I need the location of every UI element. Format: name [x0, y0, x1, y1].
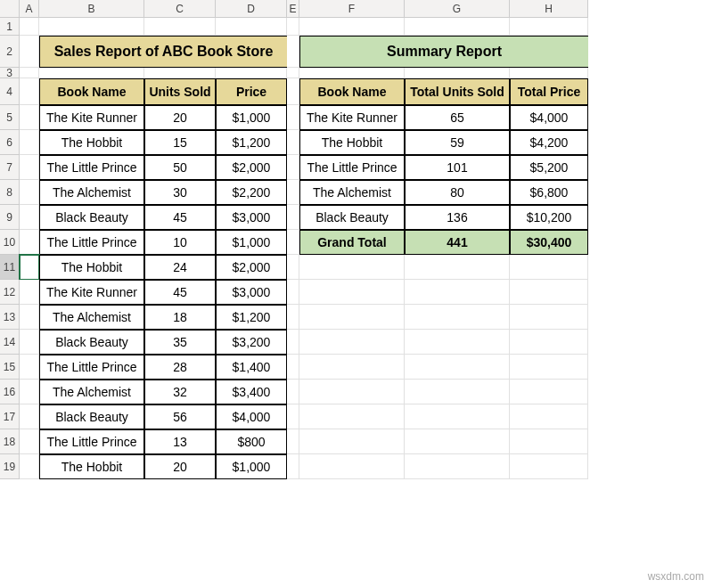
row-header-14[interactable]: 14: [0, 330, 20, 355]
cell-G8[interactable]: 80: [405, 180, 510, 205]
cell-F17[interactable]: [299, 404, 405, 429]
cell-H5[interactable]: $4,000: [510, 105, 588, 130]
cell-E15[interactable]: [287, 355, 299, 380]
cell-A5[interactable]: [20, 105, 39, 130]
cell-H1[interactable]: [510, 18, 588, 36]
cell-G12[interactable]: [405, 280, 510, 305]
row-header-17[interactable]: 17: [0, 404, 20, 429]
cell-G1[interactable]: [405, 18, 510, 36]
header-units-sold[interactable]: Units Sold: [144, 78, 216, 105]
cell-H7[interactable]: $5,200: [510, 155, 588, 180]
cell-H13[interactable]: [510, 305, 588, 330]
cell-A7[interactable]: [20, 155, 39, 180]
row-header-13[interactable]: 13: [0, 305, 20, 330]
cell-A10[interactable]: [20, 230, 39, 255]
cell-E14[interactable]: [287, 330, 299, 355]
cell-C1[interactable]: [144, 18, 216, 36]
cell-D6[interactable]: $1,200: [216, 130, 287, 155]
cell-D3[interactable]: [216, 68, 287, 78]
cell-F8[interactable]: The Alchemist: [299, 180, 405, 205]
row-header-7[interactable]: 7: [0, 155, 20, 180]
cell-C18[interactable]: 13: [144, 429, 216, 454]
cell-A11[interactable]: [20, 255, 39, 280]
cell-E8[interactable]: [287, 180, 299, 205]
cell-D15[interactable]: $1,400: [216, 355, 287, 380]
cell-D13[interactable]: $1,200: [216, 305, 287, 330]
cell-B12[interactable]: The Kite Runner: [39, 280, 144, 305]
cell-F3[interactable]: [299, 68, 405, 78]
cell-H18[interactable]: [510, 429, 588, 454]
cell-F15[interactable]: [299, 355, 405, 380]
col-header-B[interactable]: B: [39, 0, 144, 18]
cell-B9[interactable]: Black Beauty: [39, 205, 144, 230]
cell-H19[interactable]: [510, 454, 588, 479]
cell-D8[interactable]: $2,200: [216, 180, 287, 205]
cell-G11[interactable]: [405, 255, 510, 280]
cell-C13[interactable]: 18: [144, 305, 216, 330]
cell-C15[interactable]: 28: [144, 355, 216, 380]
cell-E1[interactable]: [287, 18, 299, 36]
cell-D10[interactable]: $1,000: [216, 230, 287, 255]
cell-G19[interactable]: [405, 454, 510, 479]
row-header-2[interactable]: 2: [0, 36, 20, 68]
cell-G7[interactable]: 101: [405, 155, 510, 180]
cell-D14[interactable]: $3,200: [216, 330, 287, 355]
cell-E6[interactable]: [287, 130, 299, 155]
cell-H6[interactable]: $4,200: [510, 130, 588, 155]
cell-H17[interactable]: [510, 404, 588, 429]
cell-C6[interactable]: 15: [144, 130, 216, 155]
cell-B11[interactable]: The Hobbit: [39, 255, 144, 280]
cell-D17[interactable]: $4,000: [216, 404, 287, 429]
cell-A12[interactable]: [20, 280, 39, 305]
cell-F6[interactable]: The Hobbit: [299, 130, 405, 155]
cell-B18[interactable]: The Little Prince: [39, 429, 144, 454]
cell-F14[interactable]: [299, 330, 405, 355]
cell-G5[interactable]: 65: [405, 105, 510, 130]
cell-B8[interactable]: The Alchemist: [39, 180, 144, 205]
col-header-A[interactable]: A: [20, 0, 39, 18]
select-all-corner[interactable]: [0, 0, 20, 18]
cell-C5[interactable]: 20: [144, 105, 216, 130]
row-header-12[interactable]: 12: [0, 280, 20, 305]
cell-E12[interactable]: [287, 280, 299, 305]
cell-B6[interactable]: The Hobbit: [39, 130, 144, 155]
cell-A17[interactable]: [20, 404, 39, 429]
cell-E4[interactable]: [287, 78, 299, 105]
summary-report-title[interactable]: Summary Report: [299, 36, 588, 68]
cell-E19[interactable]: [287, 454, 299, 479]
cell-A9[interactable]: [20, 205, 39, 230]
cell-B1[interactable]: [39, 18, 144, 36]
cell-G16[interactable]: [405, 380, 510, 404]
cell-E9[interactable]: [287, 205, 299, 230]
cell-B16[interactable]: The Alchemist: [39, 380, 144, 404]
cell-C16[interactable]: 32: [144, 380, 216, 404]
cell-B13[interactable]: The Alchemist: [39, 305, 144, 330]
cell-A16[interactable]: [20, 380, 39, 404]
grand-total-label[interactable]: Grand Total: [299, 230, 405, 255]
header-summary-book-name[interactable]: Book Name: [299, 78, 405, 105]
cell-C9[interactable]: 45: [144, 205, 216, 230]
header-total-price[interactable]: Total Price: [510, 78, 588, 105]
cell-H14[interactable]: [510, 330, 588, 355]
cell-B7[interactable]: The Little Prince: [39, 155, 144, 180]
cell-F19[interactable]: [299, 454, 405, 479]
header-book-name[interactable]: Book Name: [39, 78, 144, 105]
row-header-15[interactable]: 15: [0, 355, 20, 380]
cell-D18[interactable]: $800: [216, 429, 287, 454]
cell-A13[interactable]: [20, 305, 39, 330]
cell-G6[interactable]: 59: [405, 130, 510, 155]
cell-B5[interactable]: The Kite Runner: [39, 105, 144, 130]
cell-A14[interactable]: [20, 330, 39, 355]
col-header-F[interactable]: F: [299, 0, 405, 18]
cell-C11[interactable]: 24: [144, 255, 216, 280]
cell-C17[interactable]: 56: [144, 404, 216, 429]
cell-A3[interactable]: [20, 68, 39, 78]
cell-E3[interactable]: [287, 68, 299, 78]
cell-B19[interactable]: The Hobbit: [39, 454, 144, 479]
cell-D19[interactable]: $1,000: [216, 454, 287, 479]
cell-C8[interactable]: 30: [144, 180, 216, 205]
row-header-9[interactable]: 9: [0, 205, 20, 230]
cell-F13[interactable]: [299, 305, 405, 330]
cell-C14[interactable]: 35: [144, 330, 216, 355]
cell-A8[interactable]: [20, 180, 39, 205]
